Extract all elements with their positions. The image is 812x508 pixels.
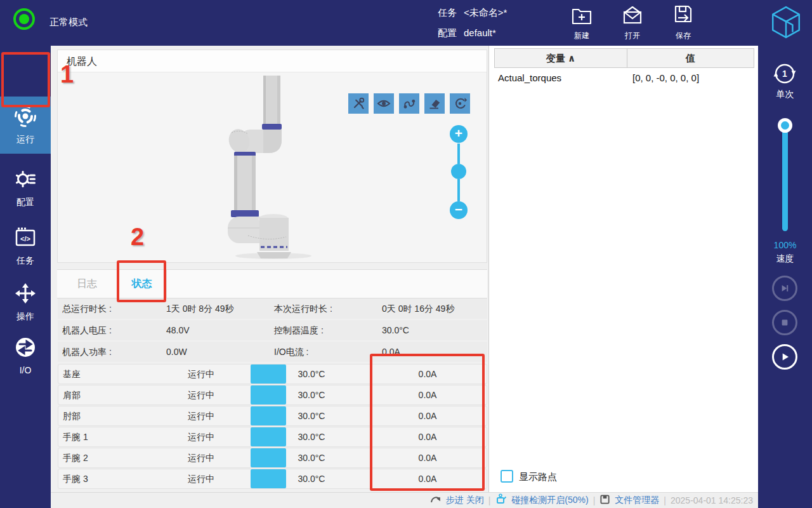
step-mode-status[interactable]: 步进 关闭: [446, 495, 484, 506]
speed-slider-handle[interactable]: [778, 118, 792, 133]
sidebar-task-label: 任务: [16, 255, 34, 267]
zoom-track-lower[interactable]: [457, 179, 460, 201]
task-label: 任务: [438, 7, 457, 19]
joint-current: 0.0A: [399, 474, 456, 484]
joint-current: 0.0A: [399, 453, 456, 463]
statusbar-separator: |: [593, 495, 596, 505]
tab-status[interactable]: 状态: [117, 270, 167, 298]
play-button[interactable]: [772, 344, 797, 370]
play-icon: [778, 350, 792, 364]
joint-row-base: 基座 运行中 30.0°C 0.0A: [58, 364, 487, 384]
stop-icon: [778, 316, 792, 330]
sidebar-config-label: 配置: [16, 197, 34, 208]
tab-log[interactable]: 日志: [57, 270, 117, 298]
joint-status: 运行中: [188, 390, 214, 401]
new-button-label: 新建: [574, 30, 589, 41]
joint-row-wrist3: 手腕 3 运行中 30.0°C 0.0A: [58, 469, 487, 489]
file-manager-icon: [599, 494, 610, 507]
stop-button[interactable]: [772, 310, 797, 335]
info-value: 0.0W: [166, 347, 187, 357]
info-value: 0.0A: [382, 347, 400, 357]
robot-panel: 机器人: [57, 50, 487, 263]
gear-settings-icon: [14, 168, 37, 193]
sidebar-run-label: 运行: [16, 134, 34, 145]
save-icon: [672, 4, 695, 29]
open-task-button[interactable]: 打开: [617, 4, 648, 43]
path-icon: [402, 96, 417, 111]
sidebar-item-run[interactable]: 运行: [0, 97, 51, 154]
svg-text:</>: </>: [20, 235, 30, 243]
run-control-sidebar: 1 单次 100% 速度: [758, 46, 812, 508]
task-name-value: <未命名>*: [464, 7, 507, 19]
variable-name-cell[interactable]: Actual_torques: [498, 72, 561, 83]
info-label: 机器人电压 :: [62, 325, 112, 337]
joint-name: 手腕 3: [63, 474, 88, 485]
info-label: 控制器温度 :: [274, 325, 324, 337]
info-value: 0天 0时 16分 49秒: [382, 304, 454, 315]
sidebar-item-task[interactable]: </> 任务: [0, 224, 51, 269]
joint-current: 0.0A: [399, 411, 456, 421]
zoom-in-button[interactable]: +: [450, 125, 468, 143]
variables-panel: 变量 ∧ 值 Actual_torques [0, 0, -0, 0, 0, 0…: [488, 46, 758, 492]
save-task-button[interactable]: 保存: [667, 4, 699, 43]
skip-forward-icon: [778, 281, 792, 295]
brand-logo-icon: [770, 5, 802, 42]
sidebar-operate-label: 操作: [16, 311, 34, 323]
view-tools-button[interactable]: [348, 93, 369, 114]
step-forward-button[interactable]: [772, 276, 797, 301]
left-nav-sidebar: 运行 配置 </> 任务 操作 I/O A2E2: [0, 46, 51, 508]
view-visibility-button[interactable]: [374, 93, 394, 114]
move-arrows-icon: [14, 282, 37, 307]
new-folder-icon: [570, 4, 593, 29]
robot-3d-viewport[interactable]: + −: [58, 72, 487, 262]
joint-load-bar: [251, 364, 286, 384]
joint-name: 手腕 2: [63, 453, 88, 464]
joint-row-elbow: 肘部 运行中 30.0°C 0.0A: [58, 406, 487, 426]
variables-header-label: 变量: [546, 53, 565, 64]
joint-row-wrist1: 手腕 1 运行中 30.0°C 0.0A: [58, 427, 487, 447]
new-task-button[interactable]: 新建: [566, 4, 598, 43]
sidebar-item-io[interactable]: I/O: [0, 335, 51, 377]
sidebar-item-operate[interactable]: 操作: [0, 279, 51, 325]
system-timestamp: 2025-04-01 14:25:23: [671, 495, 753, 505]
info-value: 48.0V: [166, 325, 190, 335]
joint-current: 0.0A: [399, 369, 456, 379]
info-value: 30.0°C: [382, 325, 409, 335]
value-column-header[interactable]: 值: [627, 48, 754, 68]
speed-label: 速度: [758, 253, 812, 265]
zoom-track-upper[interactable]: [457, 144, 460, 164]
view-reset-rotation-button[interactable]: [450, 93, 470, 114]
show-waypoints-checkbox[interactable]: [501, 470, 513, 483]
speed-slider-track[interactable]: [782, 122, 788, 231]
open-button-label: 打开: [625, 30, 640, 41]
joint-temperature: 30.0°C: [283, 369, 340, 379]
joint-load-bar: [251, 469, 286, 488]
loop-count-value: 1: [771, 60, 799, 88]
variables-column-header[interactable]: 变量 ∧: [494, 48, 627, 68]
collision-detection-status[interactable]: 碰撞检测开启(50%): [511, 495, 588, 506]
run-aperture-icon: [14, 105, 37, 130]
view-eraser-button[interactable]: [424, 93, 445, 114]
joint-current: 0.0A: [399, 390, 456, 400]
joint-temperature: 30.0°C: [283, 474, 340, 484]
sort-ascending-icon: ∧: [568, 53, 575, 64]
zoom-out-button[interactable]: −: [450, 201, 468, 219]
zoom-slider-handle[interactable]: [451, 164, 466, 179]
file-manager-link[interactable]: 文件管理器: [615, 495, 659, 506]
mode-label: 正常模式: [49, 17, 88, 29]
status-info-row: 机器人功率 : 0.0W I/O电流 : 0.0A: [58, 342, 487, 362]
joint-load-bar: [251, 406, 286, 425]
info-label: 本次运行时长 :: [274, 304, 332, 315]
robot-arm-graphic: [210, 76, 350, 261]
run-mode-label: 单次: [758, 89, 812, 100]
collision-robot-icon: [495, 493, 507, 507]
sidebar-item-config[interactable]: 配置: [0, 165, 51, 211]
joint-current: 0.0A: [399, 432, 456, 442]
joint-row-wrist2: 手腕 2 运行中 30.0°C 0.0A: [58, 448, 487, 468]
joint-temperature: 30.0°C: [283, 453, 340, 463]
config-label: 配置: [438, 27, 457, 39]
config-name-value: default*: [464, 27, 496, 38]
open-file-icon: [621, 4, 644, 29]
joint-name: 肩部: [63, 390, 81, 401]
view-trajectory-button[interactable]: [399, 93, 419, 114]
